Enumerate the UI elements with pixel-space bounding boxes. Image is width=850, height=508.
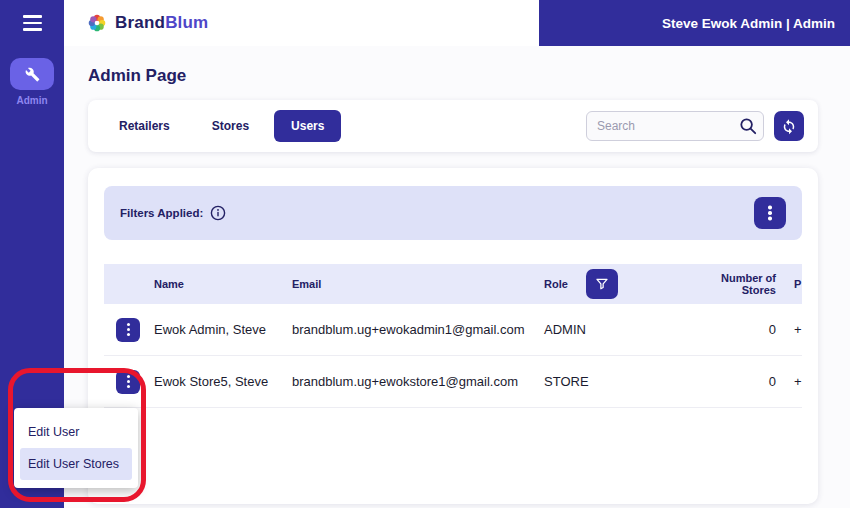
cell-p: + [786,374,802,389]
cell-email: brandblum.ug+ewokadmin1@gmail.com [284,322,536,337]
row-menu-button[interactable] [116,318,140,342]
column-header-role-label: Role [544,278,568,290]
info-icon[interactable] [210,205,226,221]
search-icon[interactable] [739,117,757,135]
tab-stores[interactable]: Stores [195,110,266,142]
users-table: Name Email Role Number of Stores P [104,264,802,408]
tabs-toolbar: Retailers Stores Users [88,100,818,152]
cell-name: Ewok Store5, Steve [146,374,284,389]
brand-name: BrandBlum [115,13,208,33]
vertical-ellipsis-icon [768,211,771,214]
vertical-ellipsis-icon [127,328,130,331]
filters-banner: Filters Applied: [104,186,802,240]
table-header-row: Name Email Role Number of Stores P [104,264,802,304]
cell-role: ADMIN [536,322,696,337]
tab-retailers[interactable]: Retailers [102,110,187,142]
funnel-filter-icon [594,276,610,292]
menu-item-edit-user[interactable]: Edit User [14,416,138,448]
tab-users[interactable]: Users [274,110,341,142]
logged-in-user-label: Steve Ewok Admin | Admin [662,16,835,31]
column-header-name: Name [146,278,284,290]
search-box [586,111,764,141]
app-root: BrandBlum Steve Ewok Admin | Admin Admin… [0,0,850,508]
column-header-number-of-stores: Number of Stores [696,272,786,296]
cell-p: + [786,322,802,337]
table-row: Ewok Admin, Steve brandblum.ug+ewokadmin… [104,304,802,356]
refresh-button[interactable] [774,111,804,141]
brand-name-first: Brand [115,13,165,32]
brand-name-second: Blum [165,13,208,32]
brand-logo: BrandBlum [64,0,539,46]
page-title: Admin Page [88,66,186,86]
flower-logo-icon [86,12,108,34]
filters-applied-label: Filters Applied: [120,207,203,219]
header-user-zone: Steve Ewok Admin | Admin [539,0,850,46]
search-input[interactable] [586,111,764,141]
column-header-p: P [786,278,802,290]
row-actions-cell [104,318,146,342]
row-menu-button[interactable] [116,370,140,394]
role-filter-button[interactable] [586,269,618,299]
refresh-icon [780,117,798,135]
cell-role: STORE [536,374,696,389]
filters-menu-button[interactable] [754,197,786,229]
wrench-icon [25,67,40,82]
column-header-email: Email [284,278,536,290]
cell-email: brandblum.ug+ewokstore1@gmail.com [284,374,536,389]
table-row: Ewok Store5, Steve brandblum.ug+ewokstor… [104,356,802,408]
hamburger-menu-icon[interactable] [23,15,42,30]
column-header-role: Role [536,269,696,299]
sidebar-item-admin-label: Admin [16,95,47,106]
menu-item-edit-user-stores[interactable]: Edit User Stores [20,448,132,480]
top-header: BrandBlum Steve Ewok Admin | Admin [0,0,850,46]
cell-number-of-stores: 0 [696,322,786,337]
sidebar-item-admin[interactable] [10,58,54,90]
cell-name: Ewok Admin, Steve [146,322,284,337]
vertical-ellipsis-icon [127,380,130,383]
main-content: Admin Page Retailers Stores Users [64,46,850,508]
users-panel: Filters Applied: Name Email Role [88,168,818,504]
hamburger-zone [0,0,64,46]
row-actions-cell [104,370,146,394]
cell-number-of-stores: 0 [696,374,786,389]
row-context-menu: Edit User Edit User Stores [14,408,138,488]
